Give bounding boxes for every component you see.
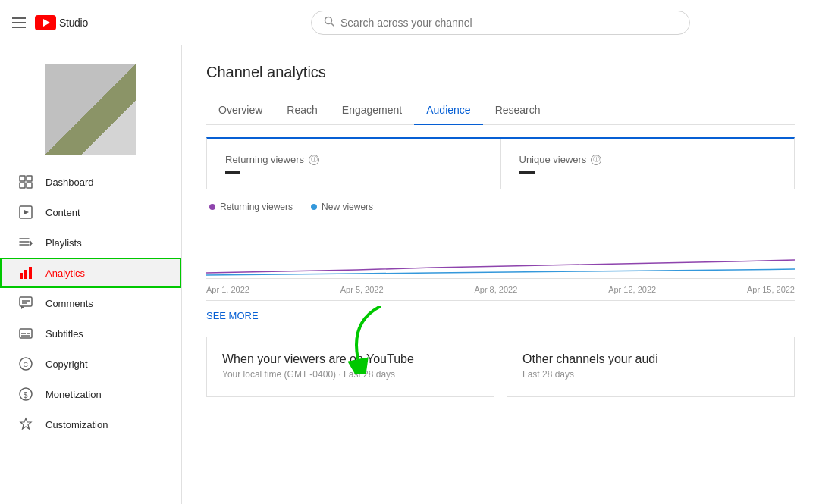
studio-label: Studio	[59, 17, 88, 29]
metric-unique-label: Unique viewers ⓘ	[519, 154, 777, 165]
metric-returning-dash	[225, 171, 240, 174]
content-icon	[18, 205, 33, 220]
svg-text:$: $	[24, 391, 28, 399]
monetization-icon: $	[18, 387, 33, 402]
chart-area	[206, 218, 795, 279]
sidebar-item-playlists[interactable]: Playlists	[0, 227, 181, 258]
svg-rect-6	[20, 183, 25, 188]
sidebar-label-subtitles: Subtitles	[46, 328, 83, 340]
copyright-icon: C	[18, 356, 33, 371]
see-more-button[interactable]: SEE MORE	[206, 310, 795, 321]
menu-button[interactable]	[12, 17, 26, 28]
youtube-icon	[35, 15, 56, 30]
svg-line-3	[331, 23, 334, 26]
date-apr5: Apr 5, 2022	[340, 285, 384, 294]
metrics-row: Returning viewers ⓘ Unique viewers ⓘ	[206, 137, 795, 189]
chart-legend: Returning viewers New viewers	[206, 202, 795, 212]
date-apr15: Apr 15, 2022	[747, 285, 795, 294]
layout: Dashboard Content Playlist	[0, 45, 819, 504]
analytics-icon	[18, 265, 33, 280]
sidebar-label-content: Content	[46, 207, 80, 218]
metric-returning: Returning viewers ⓘ	[207, 139, 501, 189]
tabs: Overview Reach Engagement Audience Resea…	[206, 96, 795, 125]
svg-rect-7	[27, 183, 32, 188]
customization-icon	[18, 417, 33, 432]
header: Studio	[0, 0, 819, 45]
search-bar	[194, 11, 807, 35]
comments-icon	[18, 296, 33, 311]
channel-avatar	[0, 45, 181, 167]
logo[interactable]: Studio	[35, 15, 88, 30]
legend-dot-new	[311, 204, 317, 210]
svg-rect-15	[24, 270, 27, 279]
date-apr1: Apr 1, 2022	[206, 285, 249, 294]
svg-marker-9	[24, 210, 29, 214]
tab-research[interactable]: Research	[483, 96, 553, 125]
legend-new: New viewers	[311, 202, 373, 212]
header-left: Studio	[12, 15, 194, 30]
card-other-channels-sub: Last 28 days	[522, 369, 779, 380]
svg-rect-17	[20, 297, 32, 306]
sidebar-item-copyright[interactable]: C Copyright	[0, 349, 181, 379]
sidebar-item-comments[interactable]: Comments	[0, 288, 181, 318]
sidebar-item-customization[interactable]: Customization	[0, 409, 181, 440]
sidebar-label-copyright: Copyright	[46, 358, 88, 370]
playlists-icon	[18, 235, 33, 250]
sidebar-label-comments: Comments	[46, 298, 93, 309]
svg-rect-16	[29, 267, 32, 279]
sidebar-item-content[interactable]: Content	[0, 197, 181, 227]
sidebar-item-subtitles[interactable]: Subtitles	[0, 318, 181, 349]
sidebar-label-analytics: Analytics	[46, 268, 85, 279]
search-input-wrap[interactable]	[311, 11, 690, 35]
sidebar-item-monetization[interactable]: $ Monetization	[0, 379, 181, 409]
bottom-cards: When your viewers are on YouTube Your lo…	[206, 337, 795, 397]
date-apr8: Apr 8, 2022	[474, 285, 517, 294]
avatar	[46, 64, 136, 155]
sidebar-label-customization: Customization	[46, 419, 108, 430]
tab-audience[interactable]: Audience	[414, 96, 482, 125]
svg-rect-4	[20, 176, 25, 181]
sidebar-label-dashboard: Dashboard	[46, 177, 94, 188]
legend-dot-returning	[209, 204, 215, 210]
green-arrow	[335, 306, 396, 377]
sidebar-label-playlists: Playlists	[46, 237, 82, 249]
subtitles-icon	[18, 326, 33, 341]
metric-unique-dash	[519, 171, 535, 174]
sidebar: Dashboard Content Playlist	[0, 45, 182, 504]
legend-returning: Returning viewers	[209, 202, 293, 212]
metric-returning-info[interactable]: ⓘ	[309, 155, 319, 165]
search-icon	[324, 16, 334, 30]
date-axis: Apr 1, 2022 Apr 5, 2022 Apr 8, 2022 Apr …	[206, 279, 795, 301]
date-apr12: Apr 12, 2022	[608, 285, 656, 294]
dashboard-icon	[18, 174, 33, 189]
svg-rect-5	[27, 176, 32, 181]
metric-unique: Unique viewers ⓘ	[501, 139, 795, 189]
sidebar-item-dashboard[interactable]: Dashboard	[0, 167, 181, 197]
page-title: Channel analytics	[206, 64, 795, 81]
svg-text:C: C	[24, 361, 29, 368]
tab-overview[interactable]: Overview	[206, 96, 275, 125]
card-other-channels-title: Other channels your audi	[522, 352, 779, 366]
main-content: Channel analytics Overview Reach Engagem…	[182, 45, 819, 504]
search-input[interactable]	[340, 17, 677, 29]
metric-unique-info[interactable]: ⓘ	[591, 155, 601, 165]
svg-marker-13	[30, 240, 33, 246]
svg-rect-14	[20, 273, 23, 279]
tab-reach[interactable]: Reach	[275, 96, 329, 125]
metric-returning-label: Returning viewers ⓘ	[225, 154, 482, 165]
sidebar-label-monetization: Monetization	[46, 389, 102, 400]
chart-svg	[206, 218, 795, 279]
card-other-channels: Other channels your audi Last 28 days	[507, 337, 795, 397]
tab-engagement[interactable]: Engagement	[330, 96, 414, 125]
sidebar-item-analytics[interactable]: Analytics	[0, 258, 181, 288]
